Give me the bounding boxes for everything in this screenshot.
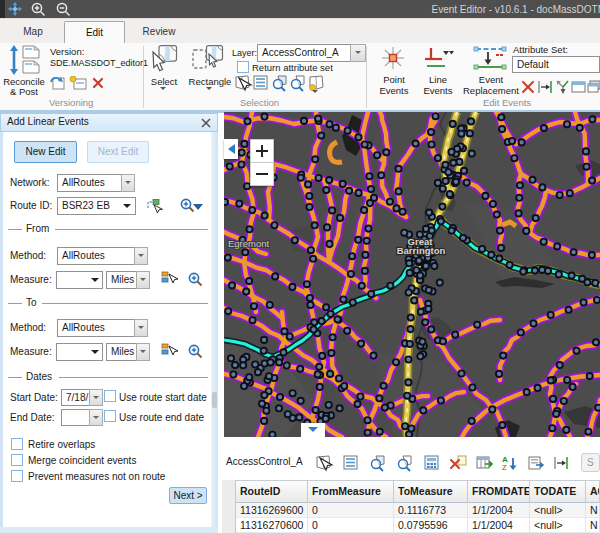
svg-text:Z: Z	[502, 463, 507, 472]
svg-text:Barrington: Barrington	[397, 245, 446, 256]
svg-text:Egremont: Egremont	[228, 238, 270, 249]
